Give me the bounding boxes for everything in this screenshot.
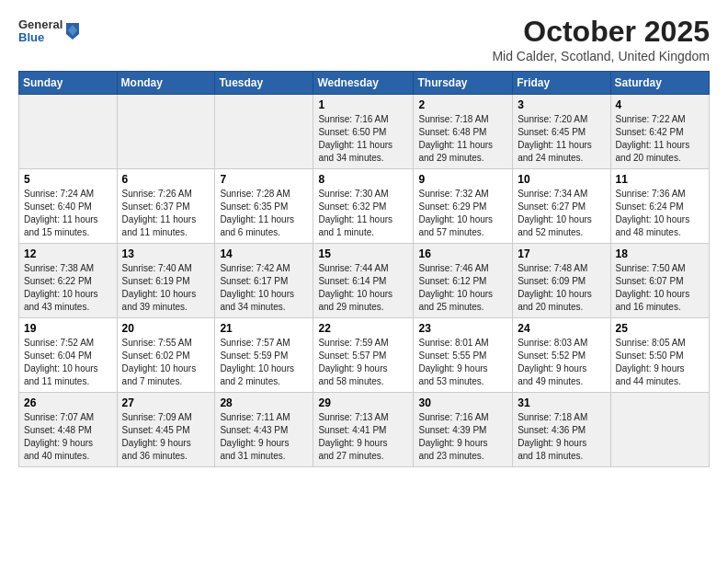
day-info: Sunrise: 7:59 AM Sunset: 5:57 PM Dayligh… xyxy=(318,337,408,388)
day-info: Sunrise: 7:28 AM Sunset: 6:35 PM Dayligh… xyxy=(220,188,308,239)
day-info: Sunrise: 7:36 AM Sunset: 6:24 PM Dayligh… xyxy=(616,188,704,239)
calendar-cell: 8Sunrise: 7:30 AM Sunset: 6:32 PM Daylig… xyxy=(313,169,414,244)
calendar-week-2: 12Sunrise: 7:38 AM Sunset: 6:22 PM Dayli… xyxy=(19,244,710,318)
day-number: 11 xyxy=(616,173,704,186)
day-number: 4 xyxy=(616,98,704,111)
calendar-week-1: 5Sunrise: 7:24 AM Sunset: 6:40 PM Daylig… xyxy=(19,169,710,244)
day-info: Sunrise: 7:44 AM Sunset: 6:14 PM Dayligh… xyxy=(318,262,408,314)
calendar-cell xyxy=(215,95,313,169)
day-number: 22 xyxy=(318,322,408,335)
day-info: Sunrise: 7:18 AM Sunset: 4:36 PM Dayligh… xyxy=(518,411,605,463)
day-info: Sunrise: 7:30 AM Sunset: 6:32 PM Dayligh… xyxy=(318,188,408,239)
calendar-cell: 29Sunrise: 7:13 AM Sunset: 4:41 PM Dayli… xyxy=(313,393,414,467)
header-monday: Monday xyxy=(117,72,215,95)
day-number: 25 xyxy=(616,322,704,335)
day-number: 17 xyxy=(518,247,605,260)
day-number: 13 xyxy=(122,247,210,260)
day-info: Sunrise: 7:22 AM Sunset: 6:42 PM Dayligh… xyxy=(616,113,704,165)
calendar-cell: 17Sunrise: 7:48 AM Sunset: 6:09 PM Dayli… xyxy=(513,244,610,318)
calendar-cell: 16Sunrise: 7:46 AM Sunset: 6:12 PM Dayli… xyxy=(414,244,513,318)
header-saturday: Saturday xyxy=(610,72,709,95)
calendar-header: Sunday Monday Tuesday Wednesday Thursday… xyxy=(19,72,710,95)
header-friday: Friday xyxy=(513,72,610,95)
calendar-cell: 23Sunrise: 8:01 AM Sunset: 5:55 PM Dayli… xyxy=(414,318,513,393)
day-info: Sunrise: 7:20 AM Sunset: 6:45 PM Dayligh… xyxy=(518,113,605,165)
calendar-cell: 6Sunrise: 7:26 AM Sunset: 6:37 PM Daylig… xyxy=(117,169,215,244)
calendar-cell: 21Sunrise: 7:57 AM Sunset: 5:59 PM Dayli… xyxy=(215,318,313,393)
day-number: 27 xyxy=(122,396,210,409)
day-info: Sunrise: 7:57 AM Sunset: 5:59 PM Dayligh… xyxy=(220,337,308,388)
day-info: Sunrise: 7:18 AM Sunset: 6:48 PM Dayligh… xyxy=(418,113,507,165)
page-title: October 2025 xyxy=(492,15,710,49)
day-number: 16 xyxy=(418,247,507,260)
calendar-cell: 15Sunrise: 7:44 AM Sunset: 6:14 PM Dayli… xyxy=(313,244,414,318)
calendar-cell: 27Sunrise: 7:09 AM Sunset: 4:45 PM Dayli… xyxy=(117,393,215,467)
calendar-cell: 4Sunrise: 7:22 AM Sunset: 6:42 PM Daylig… xyxy=(610,95,709,169)
title-block: October 2025 Mid Calder, Scotland, Unite… xyxy=(492,15,710,63)
day-info: Sunrise: 7:13 AM Sunset: 4:41 PM Dayligh… xyxy=(318,411,408,463)
day-number: 23 xyxy=(418,322,507,335)
logo-general: General xyxy=(18,18,63,31)
page-subtitle: Mid Calder, Scotland, United Kingdom xyxy=(492,49,710,63)
calendar-cell: 13Sunrise: 7:40 AM Sunset: 6:19 PM Dayli… xyxy=(117,244,215,318)
day-number: 18 xyxy=(616,247,704,260)
day-number: 14 xyxy=(220,247,308,260)
day-number: 30 xyxy=(418,396,507,409)
header: General Blue October 2025 Mid Calder, Sc… xyxy=(18,15,710,63)
day-number: 28 xyxy=(220,396,308,409)
day-info: Sunrise: 7:50 AM Sunset: 6:07 PM Dayligh… xyxy=(616,262,704,314)
logo: General Blue xyxy=(18,18,81,45)
day-number: 26 xyxy=(24,396,112,409)
header-row: Sunday Monday Tuesday Wednesday Thursday… xyxy=(19,72,710,95)
calendar-cell: 9Sunrise: 7:32 AM Sunset: 6:29 PM Daylig… xyxy=(414,169,513,244)
calendar-week-4: 26Sunrise: 7:07 AM Sunset: 4:48 PM Dayli… xyxy=(19,393,710,467)
day-info: Sunrise: 7:46 AM Sunset: 6:12 PM Dayligh… xyxy=(418,262,507,314)
day-number: 12 xyxy=(24,247,112,260)
day-info: Sunrise: 8:05 AM Sunset: 5:50 PM Dayligh… xyxy=(616,337,704,388)
day-number: 1 xyxy=(318,98,408,111)
day-number: 21 xyxy=(220,322,308,335)
calendar-week-0: 1Sunrise: 7:16 AM Sunset: 6:50 PM Daylig… xyxy=(19,95,710,169)
logo-text: General Blue xyxy=(18,18,63,45)
day-info: Sunrise: 7:24 AM Sunset: 6:40 PM Dayligh… xyxy=(24,188,112,239)
day-number: 7 xyxy=(220,173,308,186)
day-number: 8 xyxy=(318,173,408,186)
calendar-cell: 2Sunrise: 7:18 AM Sunset: 6:48 PM Daylig… xyxy=(414,95,513,169)
day-number: 19 xyxy=(24,322,112,335)
calendar-body: 1Sunrise: 7:16 AM Sunset: 6:50 PM Daylig… xyxy=(19,95,710,467)
day-info: Sunrise: 7:42 AM Sunset: 6:17 PM Dayligh… xyxy=(220,262,308,314)
header-tuesday: Tuesday xyxy=(215,72,313,95)
day-number: 31 xyxy=(518,396,605,409)
day-number: 2 xyxy=(418,98,507,111)
calendar-week-3: 19Sunrise: 7:52 AM Sunset: 6:04 PM Dayli… xyxy=(19,318,710,393)
calendar-cell: 12Sunrise: 7:38 AM Sunset: 6:22 PM Dayli… xyxy=(19,244,118,318)
day-info: Sunrise: 7:55 AM Sunset: 6:02 PM Dayligh… xyxy=(122,337,210,388)
page-container: General Blue October 2025 Mid Calder, Sc… xyxy=(0,0,728,478)
day-number: 9 xyxy=(418,173,507,186)
calendar-cell xyxy=(19,95,118,169)
day-number: 29 xyxy=(318,396,408,409)
day-number: 15 xyxy=(318,247,408,260)
calendar-cell: 19Sunrise: 7:52 AM Sunset: 6:04 PM Dayli… xyxy=(19,318,118,393)
day-info: Sunrise: 8:03 AM Sunset: 5:52 PM Dayligh… xyxy=(518,337,605,388)
day-number: 24 xyxy=(518,322,605,335)
header-sunday: Sunday xyxy=(19,72,118,95)
calendar-cell: 31Sunrise: 7:18 AM Sunset: 4:36 PM Dayli… xyxy=(513,393,610,467)
day-number: 3 xyxy=(518,98,605,111)
calendar-cell: 5Sunrise: 7:24 AM Sunset: 6:40 PM Daylig… xyxy=(19,169,118,244)
calendar-cell: 14Sunrise: 7:42 AM Sunset: 6:17 PM Dayli… xyxy=(215,244,313,318)
calendar-cell: 25Sunrise: 8:05 AM Sunset: 5:50 PM Dayli… xyxy=(610,318,709,393)
day-info: Sunrise: 7:48 AM Sunset: 6:09 PM Dayligh… xyxy=(518,262,605,314)
calendar-cell: 26Sunrise: 7:07 AM Sunset: 4:48 PM Dayli… xyxy=(19,393,118,467)
day-info: Sunrise: 7:34 AM Sunset: 6:27 PM Dayligh… xyxy=(518,188,605,239)
calendar-cell: 11Sunrise: 7:36 AM Sunset: 6:24 PM Dayli… xyxy=(610,169,709,244)
header-wednesday: Wednesday xyxy=(313,72,414,95)
day-info: Sunrise: 7:16 AM Sunset: 4:39 PM Dayligh… xyxy=(418,411,507,463)
day-info: Sunrise: 7:07 AM Sunset: 4:48 PM Dayligh… xyxy=(24,411,112,463)
calendar-cell xyxy=(117,95,215,169)
calendar-cell: 30Sunrise: 7:16 AM Sunset: 4:39 PM Dayli… xyxy=(414,393,513,467)
day-info: Sunrise: 7:40 AM Sunset: 6:19 PM Dayligh… xyxy=(122,262,210,314)
day-info: Sunrise: 7:09 AM Sunset: 4:45 PM Dayligh… xyxy=(122,411,210,463)
day-number: 5 xyxy=(24,173,112,186)
calendar-cell: 28Sunrise: 7:11 AM Sunset: 4:43 PM Dayli… xyxy=(215,393,313,467)
